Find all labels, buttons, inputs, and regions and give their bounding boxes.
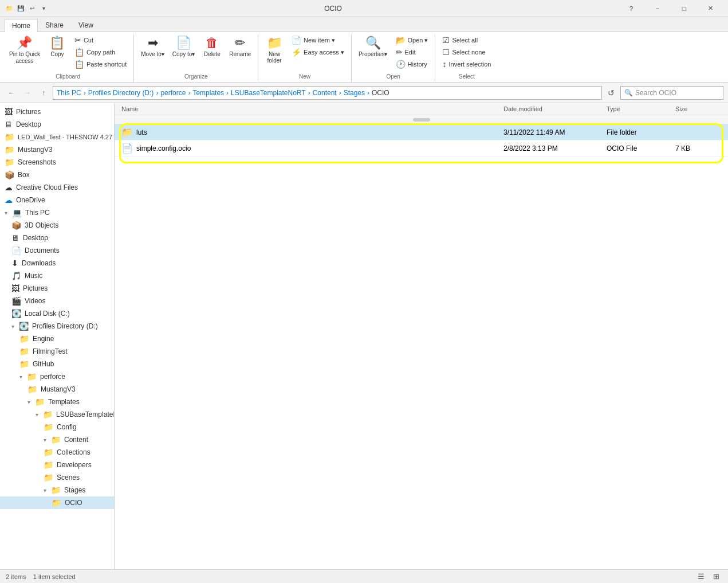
tab-home[interactable]: Home [5,19,38,32]
delete-button[interactable]: 🗑 Delete [199,34,225,60]
expand-templates-icon: ▾ [27,399,30,405]
sidebar-item-perforce[interactable]: ▾ 📁 perforce [0,370,114,383]
rename-icon: ✏ [235,37,245,49]
sidebar-item-3d[interactable]: 📦 3D Objects [0,219,114,232]
sidebar-item-mustangv3[interactable]: 📁 MustangV3 [0,143,114,156]
path-content[interactable]: Content [313,89,337,97]
sidebar-item-music[interactable]: 🎵 Music [0,269,114,282]
sidebar-item-lsu[interactable]: ▾ 📁 LSUBaseTemplateNoRT [0,408,114,421]
sidebar-item-pictures-pc[interactable]: 🖼 Pictures [0,282,114,295]
col-date[interactable]: Date modified [503,105,607,112]
file-name-text: luts [136,128,147,136]
sidebar-item-content[interactable]: ▾ 📁 Content [0,433,114,446]
paste-shortcut-icon: 📋 [74,60,84,69]
up-button[interactable]: ↑ [37,86,50,100]
select-all-label: Select all [452,37,478,44]
sidebar-item-github[interactable]: 📁 GitHub [0,358,114,370]
sidebar-item-label: Desktop [23,234,48,242]
view-large-icons-button[interactable]: ⊞ [710,571,722,582]
sidebar-item-box[interactable]: 📦 Box [0,169,114,181]
file-row-ocio[interactable]: 📄 simple.config.ocio 2/8/2022 3:13 PM OC… [115,140,728,156]
select-none-button[interactable]: ☐ Select none [439,46,494,58]
sidebar-item-creative-cloud[interactable]: ☁ Creative Cloud Files [0,181,114,194]
copy-to-button[interactable]: 📄 Copy to▾ [169,34,198,60]
sidebar-item-developers[interactable]: 📁 Developers [0,459,114,471]
sidebar-item-scenes[interactable]: 📁 Scenes [0,471,114,484]
sidebar-item-videos[interactable]: 🎬 Videos [0,295,114,307]
new-item-button[interactable]: 📄 New item ▾ [288,34,348,46]
address-path[interactable]: This PC › Profiles Directory (D:) › perf… [53,86,602,100]
sidebar-item-engine[interactable]: 📁 Engine [0,332,114,345]
sidebar-item-stages[interactable]: ▾ 📁 Stages [0,484,114,496]
sidebar-item-label: Templates [48,398,80,406]
quick-access-icon: 📁 [5,4,14,13]
rename-button[interactable]: ✏ Rename [226,34,254,60]
easy-access-button[interactable]: ⚡ Easy access ▾ [288,46,348,58]
sidebar-item-documents[interactable]: 📄 Documents [0,244,114,257]
sidebar-item-filming[interactable]: 📁 FilmingTest [0,345,114,358]
window-title: OCIO [48,5,618,13]
pictures-pc-icon: 🖼 [11,284,19,293]
pictures-icon: 🖼 [5,107,13,116]
properties-button[interactable]: 🔍 Properties▾ [355,34,391,60]
copy-path-button[interactable]: 📋 Copy path [71,46,130,58]
sidebar-item-profiles-dir[interactable]: ▾ 💽 Profiles Directory (D:) [0,320,114,332]
cut-button[interactable]: ✂ Cut [71,34,130,46]
sidebar-item-screenshots[interactable]: 📁 Screenshots [0,156,114,169]
sidebar-item-templates[interactable]: ▾ 📁 Templates [0,396,114,408]
path-lsu[interactable]: LSUBaseTemplateNoRT [231,89,306,97]
cut-label: Cut [84,37,93,44]
maximize-btn[interactable]: □ [671,0,697,17]
paste-shortcut-button[interactable]: 📋 Paste shortcut [71,58,130,70]
path-profiles-dir[interactable]: Profiles Directory (D:) [88,89,154,97]
search-box[interactable]: 🔍 Search OCIO [620,86,723,100]
select-all-button[interactable]: ☑ Select all [439,34,494,46]
sidebar-item-led[interactable]: 📁 LED_Wall_Test - THESNOW 4.27 [0,131,114,143]
close-btn[interactable]: ✕ [697,0,723,17]
minimize-btn[interactable]: − [644,0,671,17]
screenshots-icon: 📁 [5,158,14,167]
search-placeholder: Search OCIO [635,89,676,97]
3d-icon: 📦 [11,221,21,230]
copy-button[interactable]: 📋 Copy [45,34,70,60]
open-button[interactable]: 📂 Open ▾ [392,34,432,46]
sidebar-item-local-disk[interactable]: 💽 Local Disk (C:) [0,307,114,320]
pin-to-quick-access-button[interactable]: 📌 Pin to Quickaccess [6,34,44,67]
tab-share[interactable]: Share [38,18,71,32]
history-button[interactable]: 🕐 History [392,58,432,70]
dropdown-icon[interactable]: ▾ [39,4,48,13]
col-type[interactable]: Type [607,105,675,112]
sidebar-item-downloads[interactable]: ⬇ Downloads [0,257,114,269]
sidebar-item-pictures[interactable]: 🖼 Pictures [0,105,114,118]
select-none-label: Select none [452,49,485,56]
forward-button[interactable]: → [21,86,34,100]
move-to-button[interactable]: ➡ Move to▾ [137,34,168,60]
path-templates[interactable]: Templates [192,89,224,97]
sidebar-item-mustangv3-sub[interactable]: 📁 MustangV3 [0,383,114,396]
sidebar-item-collections[interactable]: 📁 Collections [0,446,114,459]
back-button[interactable]: ← [5,86,18,100]
edit-button[interactable]: ✏ Edit [392,46,432,58]
pin-icon: 📌 [17,37,32,49]
refresh-button[interactable]: ↺ [604,86,618,100]
path-perforce[interactable]: perforce [160,89,186,97]
selected-count: 1 item selected [33,573,76,580]
file-row-luts[interactable]: 📁 luts 3/11/2022 11:49 AM File folder [115,124,728,140]
sidebar-item-onedrive[interactable]: ☁ OneDrive [0,194,114,206]
path-stages[interactable]: Stages [344,89,365,97]
sidebar-item-desktop[interactable]: 🖥 Desktop [0,118,114,131]
col-name[interactable]: Name [121,105,503,112]
path-this-pc[interactable]: This PC [57,89,81,97]
tab-view[interactable]: View [71,18,101,32]
new-folder-button[interactable]: 📁 Newfolder [262,34,287,66]
view-details-button[interactable]: ☰ [695,571,707,582]
path-ocio[interactable]: OCIO [372,89,389,97]
templates-icon: 📁 [35,397,45,406]
col-size[interactable]: Size [675,105,721,112]
sidebar-item-config[interactable]: 📁 Config [0,421,114,433]
invert-selection-button[interactable]: ↕ Invert selection [439,58,494,70]
sidebar-item-this-pc[interactable]: ▾ 💻 This PC [0,206,114,219]
sidebar-item-desktop-pc[interactable]: 🖥 Desktop [0,232,114,244]
help-btn[interactable]: ? [618,0,644,17]
sidebar-item-ocio[interactable]: 📁 OCIO [0,496,114,509]
